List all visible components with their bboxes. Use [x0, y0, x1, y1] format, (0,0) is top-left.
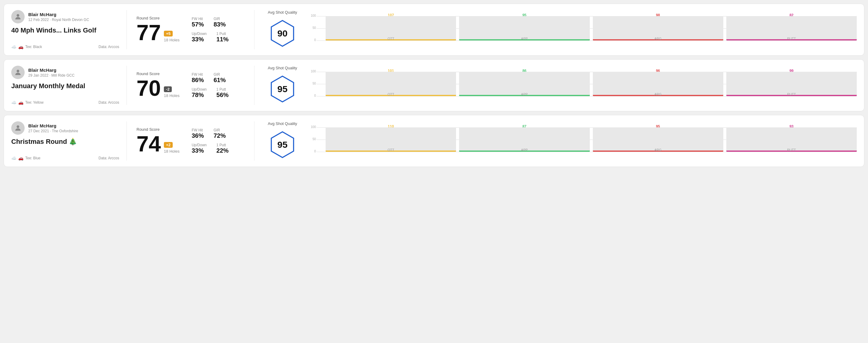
- stats-block: FW Hit 57% GIR 83% Up/Down 33% 1 Putt: [191, 17, 228, 43]
- fw-hit-label: FW Hit: [191, 128, 204, 132]
- bar-group: 107 OTT: [326, 13, 456, 40]
- stat-row-top: FW Hit 57% GIR 83%: [191, 17, 228, 28]
- hexagon-container: 95: [269, 129, 296, 161]
- tee-label: Tee: Yellow: [25, 100, 43, 104]
- avatar: [11, 10, 25, 23]
- avg-shot-quality-label: Avg Shot Quality: [268, 121, 297, 126]
- user-name: Blair McHarg: [28, 67, 74, 73]
- quality-block: Avg Shot Quality 90: [264, 10, 301, 49]
- right-section: Avg Shot Quality 95 100500 101 OTT 86: [254, 66, 857, 105]
- tee-icon: 🚗: [18, 156, 23, 161]
- avg-shot-quality-label: Avg Shot Quality: [268, 10, 297, 14]
- bar-label: PUTT: [787, 92, 796, 96]
- score-badge-col: +5 18 Holes: [164, 31, 179, 42]
- avg-shot-quality-label: Avg Shot Quality: [268, 66, 297, 70]
- score-number: 77: [136, 22, 161, 43]
- gir-stat: GIR 72%: [213, 128, 225, 139]
- score-badge-col: +2 18 Holes: [164, 142, 179, 154]
- bar-group: 86 APP: [459, 69, 590, 96]
- middle-section: Round Score 74 +2 18 Holes FW Hit 36%: [127, 121, 254, 161]
- gir-label: GIR: [213, 17, 225, 21]
- score-badge-col: -2 18 Holes: [164, 86, 179, 98]
- user-name: Blair McHarg: [28, 12, 89, 17]
- user-icon: [14, 124, 22, 132]
- gir-stat: GIR 61%: [213, 72, 225, 84]
- avatar: [11, 66, 25, 79]
- gir-label: GIR: [213, 128, 225, 132]
- hex-number: 90: [277, 28, 287, 39]
- gir-value: 83%: [213, 21, 225, 28]
- footer-row: ☁️ 🚗 Tee: Black Data: Arccos: [11, 44, 119, 49]
- hex-number: 95: [277, 139, 287, 150]
- chart-block: 100500 110 OTT 87 APP 95: [308, 124, 857, 158]
- tee-info: ☁️ 🚗 Tee: Black: [11, 44, 42, 49]
- bar-label: APP: [521, 37, 528, 40]
- chart-block: 100500 107 OTT 95 APP 98: [308, 13, 857, 46]
- user-header: Blair McHarg 27 Dec 2021 · The Oxfordshi…: [11, 121, 119, 135]
- bar-label: ARG: [654, 92, 661, 96]
- score-holes: 18 Holes: [164, 38, 179, 42]
- user-meta: 27 Dec 2021 · The Oxfordshire: [28, 129, 78, 133]
- score-diff-badge: +5: [164, 31, 173, 36]
- middle-section: Round Score 70 -2 18 Holes FW Hit 86%: [127, 66, 254, 105]
- svg-point-1: [17, 70, 20, 72]
- tee-label: Tee: Black: [25, 45, 42, 49]
- oneputt-value: 56%: [216, 92, 229, 98]
- tee-icon: 🚗: [18, 44, 23, 49]
- score-main: 74 +2 18 Holes: [136, 133, 179, 155]
- score-number: 74: [136, 133, 161, 155]
- score-diff-badge: +2: [164, 142, 173, 148]
- tee-info: ☁️ 🚗 Tee: Yellow: [11, 100, 43, 105]
- oneputt-value: 11%: [216, 36, 229, 43]
- left-section: Blair McHarg 27 Dec 2021 · The Oxfordshi…: [11, 121, 127, 161]
- chart-block: 100500 101 OTT 86 APP 96: [308, 69, 857, 102]
- oneputt-label: 1 Putt: [216, 87, 229, 92]
- gir-value: 72%: [213, 132, 225, 139]
- user-icon: [14, 13, 22, 21]
- bar-group: 101 OTT: [326, 69, 456, 96]
- bar-group: 95 ARG: [593, 124, 723, 152]
- round-title: January Monthly Medal: [11, 82, 119, 90]
- svg-point-2: [17, 125, 20, 128]
- weather-icon: ☁️: [11, 100, 17, 105]
- fw-hit-label: FW Hit: [191, 72, 204, 76]
- left-section: Blair McHarg 12 Feb 2022 · Royal North D…: [11, 10, 127, 49]
- user-header: Blair McHarg 29 Jan 2022 · Mill Ride GCC: [11, 66, 119, 79]
- quality-block: Avg Shot Quality 95: [264, 121, 301, 161]
- gir-label: GIR: [213, 72, 225, 76]
- round-card-2: Blair McHarg 29 Jan 2022 · Mill Ride GCC…: [4, 59, 864, 111]
- user-info: Blair McHarg 29 Jan 2022 · Mill Ride GCC: [28, 67, 74, 77]
- gir-value: 61%: [213, 76, 225, 84]
- fw-hit-value: 86%: [191, 76, 204, 84]
- round-card-1: Blair McHarg 12 Feb 2022 · Royal North D…: [4, 4, 864, 56]
- bar-label: OTT: [388, 92, 394, 96]
- data-source: Data: Arccos: [98, 45, 119, 49]
- updown-label: Up/Down: [191, 32, 207, 36]
- stats-block: FW Hit 36% GIR 72% Up/Down 33% 1 Putt: [191, 128, 228, 154]
- svg-point-0: [17, 14, 20, 17]
- bar-group: 98 ARG: [593, 13, 723, 40]
- round-title: 40 Mph Winds... Links Golf: [11, 27, 119, 34]
- data-source: Data: Arccos: [98, 156, 119, 160]
- fw-hit-stat: FW Hit 86%: [191, 72, 204, 84]
- fw-hit-value: 36%: [191, 132, 204, 139]
- bar-group: 93 PUTT: [726, 124, 857, 152]
- stat-row-top: FW Hit 36% GIR 72%: [191, 128, 228, 139]
- updown-value: 33%: [191, 36, 207, 43]
- score-block: Round Score 70 -2 18 Holes: [136, 71, 179, 99]
- oneputt-stat: 1 Putt 22%: [216, 143, 229, 154]
- tee-label: Tee: Blue: [25, 156, 40, 160]
- oneputt-stat: 1 Putt 56%: [216, 87, 229, 98]
- oneputt-value: 22%: [216, 147, 229, 154]
- user-meta: 29 Jan 2022 · Mill Ride GCC: [28, 73, 74, 77]
- bar-group: 96 ARG: [593, 69, 723, 96]
- right-section: Avg Shot Quality 95 100500 110 OTT 87: [254, 121, 857, 161]
- stat-row-bottom: Up/Down 33% 1 Putt 22%: [191, 143, 228, 154]
- updown-value: 33%: [191, 147, 207, 154]
- avatar: [11, 121, 25, 135]
- updown-label: Up/Down: [191, 143, 207, 147]
- quality-block: Avg Shot Quality 95: [264, 66, 301, 105]
- bar-group: 87 APP: [459, 124, 590, 152]
- updown-stat: Up/Down 33%: [191, 32, 207, 43]
- data-source: Data: Arccos: [98, 100, 119, 104]
